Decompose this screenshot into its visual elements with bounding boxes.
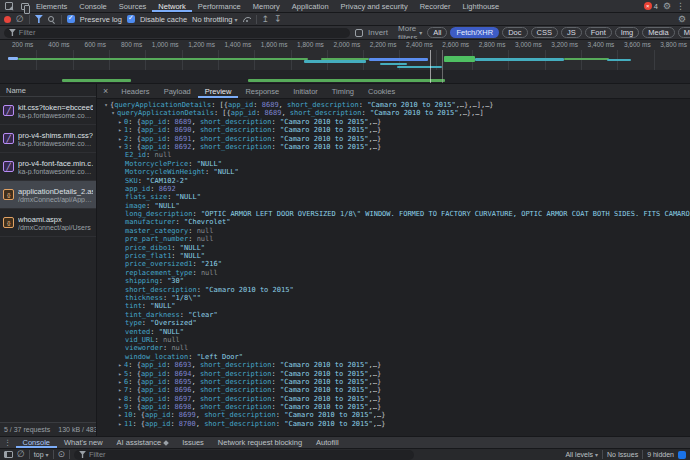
network-overview-waterfall[interactable] <box>0 50 690 84</box>
json-tree-row[interactable]: MotorcyclePrice: "NULL" <box>97 160 690 168</box>
invert-checkbox[interactable] <box>355 29 363 37</box>
devtools-tab-recorder[interactable]: Recorder <box>414 0 457 12</box>
expander-closed-icon[interactable]: ▸ <box>116 395 124 403</box>
drawer-menu-icon[interactable]: ⋮ <box>0 438 16 447</box>
clear-console-icon[interactable]: ∅ <box>17 450 25 459</box>
detail-tab-response[interactable]: Response <box>238 84 286 98</box>
json-tree-row[interactable]: ▸4: {app_id: 8693, short_description: "C… <box>97 361 690 369</box>
console-filter-input[interactable] <box>89 450 409 459</box>
context-selector[interactable]: top▾ <box>34 451 49 458</box>
json-tree-row[interactable]: ▸10: {app_id: 8699, short_description: "… <box>97 411 690 419</box>
expander-closed-icon[interactable]: ▸ <box>116 361 124 369</box>
json-tree-row[interactable]: ▸9: {app_id: 8698, short_description: "C… <box>97 403 690 411</box>
expander-open-icon[interactable]: ▾ <box>102 101 110 109</box>
expander-closed-icon[interactable]: ▸ <box>116 370 124 378</box>
json-tree-row[interactable]: ▾queryApplicationDetails: [{app_id: 8689… <box>97 109 690 117</box>
json-tree-row[interactable]: app_id: 8692 <box>97 185 690 193</box>
json-tree-row[interactable]: ▸11: {app_id: 8700, short_description: "… <box>97 420 690 428</box>
json-tree-row[interactable]: price_oversized1: "216" <box>97 260 690 268</box>
expander-closed-icon[interactable]: ▸ <box>116 118 124 126</box>
drawer-tab-autofill[interactable]: Autofill <box>309 437 346 448</box>
drawer-tab-network-request-blocking[interactable]: Network request blocking <box>211 437 309 448</box>
json-tree-row[interactable]: E2_id: null <box>97 151 690 159</box>
inspect-element-icon[interactable] <box>3 1 15 12</box>
devtools-tab-lighthouse[interactable]: Lighthouse <box>457 0 506 12</box>
expander-open-icon[interactable]: ▾ <box>109 109 117 117</box>
json-tree-row[interactable]: long_description: "OPTIC ARMOR LEFT DOOR… <box>97 210 690 218</box>
device-toolbar-icon[interactable] <box>18 1 30 12</box>
close-icon[interactable]: × <box>97 86 114 96</box>
json-tree-row[interactable]: ▸8: {app_id: 8697, short_description: "C… <box>97 395 690 403</box>
filter-chip-manifest[interactable]: Manifest <box>678 27 690 38</box>
log-levels-dropdown[interactable]: All levels▾ <box>565 451 598 458</box>
hidden-messages-count[interactable]: 9 hidden <box>647 451 674 458</box>
json-tree-row[interactable]: ▸1: {app_id: 8690, short_description: "C… <box>97 126 690 134</box>
json-tree-row[interactable]: vented: "NULL" <box>97 328 690 336</box>
devtools-tab-privacy-and-security[interactable]: Privacy and security <box>335 0 414 12</box>
toggle-filter-bar-icon[interactable] <box>35 15 43 23</box>
json-tree-row[interactable]: replacement_type: null <box>97 269 690 277</box>
json-tree-row[interactable]: MotorcycleWinHeight: "NULL" <box>97 168 690 176</box>
preserve-log-checkbox[interactable] <box>67 15 75 23</box>
filter-chip-doc[interactable]: Doc <box>502 27 527 38</box>
name-column-header[interactable]: Name <box>0 84 96 97</box>
detail-tab-timing[interactable]: Timing <box>325 84 361 98</box>
devtools-tab-memory[interactable]: Memory <box>247 0 286 12</box>
hidden-messages-indicator-icon[interactable] <box>678 451 686 459</box>
json-tree-row[interactable]: image: "NULL" <box>97 202 690 210</box>
json-tree-row[interactable]: ▾{queryApplicationDetails: [{app_id: 868… <box>97 101 690 109</box>
record-button[interactable] <box>4 16 11 23</box>
json-tree-row[interactable]: type: "Oversized" <box>97 319 690 327</box>
expander-closed-icon[interactable]: ▸ <box>116 386 124 394</box>
detail-tab-headers[interactable]: Headers <box>114 84 156 98</box>
devtools-tab-performance[interactable]: Performance <box>192 0 247 12</box>
search-icon[interactable] <box>48 16 54 22</box>
console-sidebar-icon[interactable] <box>4 451 13 458</box>
json-tree-row[interactable]: ▸5: {app_id: 8694, short_description: "C… <box>97 370 690 378</box>
json-tree-row[interactable]: tint_darkness: "Clear" <box>97 311 690 319</box>
drawer-tab-console[interactable]: Console <box>16 437 58 448</box>
json-tree-row[interactable]: vieworder: null <box>97 344 690 352</box>
filter-chip-css[interactable]: CSS <box>531 27 558 38</box>
request-row[interactable]: ╱pro-v4-shims.min.css?…ka-p.fontawesome.… <box>0 125 96 153</box>
expander-closed-icon[interactable]: ▸ <box>116 420 124 428</box>
expander-closed-icon[interactable]: ▸ <box>116 411 124 419</box>
json-tree-row[interactable]: SKU: "CAM102-2" <box>97 177 690 185</box>
error-badge[interactable]: × 4 <box>644 2 658 11</box>
json-tree-row[interactable]: short_description: "Camaro 2010 to 2015" <box>97 286 690 294</box>
filter-chip-img[interactable]: Img <box>615 27 640 38</box>
devtools-tab-sources[interactable]: Sources <box>113 0 153 12</box>
detail-tab-preview[interactable]: Preview <box>198 84 239 98</box>
json-tree-row[interactable]: ▸6: {app_id: 8695, short_description: "C… <box>97 378 690 386</box>
json-tree-row[interactable]: flats_size: "NULL" <box>97 193 690 201</box>
json-tree-row[interactable]: tint: "NULL" <box>97 302 690 310</box>
drawer-tab-what-s-new[interactable]: What's new <box>57 437 110 448</box>
json-tree-row[interactable]: ▸2: {app_id: 8691, short_description: "C… <box>97 135 690 143</box>
expander-open-icon[interactable]: ▾ <box>116 143 124 151</box>
json-tree-row[interactable]: price_flat1: "NULL" <box>97 252 690 260</box>
json-tree-row[interactable]: manufacturer: "Chevrolet" <box>97 218 690 226</box>
more-filters-dropdown[interactable]: More filters▾ <box>398 26 422 40</box>
request-row[interactable]: ╱kit.css?token=ebccee6…ka-p.fontawesome.… <box>0 97 96 125</box>
json-tree-row[interactable]: ▾3: {app_id: 8692, short_description: "C… <box>97 143 690 151</box>
settings-gear-icon[interactable]: ⚙ <box>663 2 671 11</box>
filter-chip-fetch-xhr[interactable]: Fetch/XHR <box>450 27 499 38</box>
drawer-tab-ai-assistance[interactable]: AI assistance <box>110 437 176 448</box>
request-row[interactable]: {}applicationDetails_2.as…/dmxConnect/ap… <box>0 181 96 209</box>
request-row[interactable]: ╱pro-v4-font-face.min.c…ka-p.fontawesome… <box>0 153 96 181</box>
detail-tab-cookies[interactable]: Cookies <box>361 84 402 98</box>
json-tree-row[interactable]: ▸7: {app_id: 8696, short_description: "C… <box>97 386 690 394</box>
devtools-tab-network[interactable]: Network <box>152 0 192 12</box>
disable-cache-checkbox[interactable] <box>127 15 135 23</box>
throttling-select[interactable]: No throttling▾ <box>192 15 237 24</box>
devtools-tab-console[interactable]: Console <box>73 0 113 12</box>
expander-closed-icon[interactable]: ▸ <box>116 403 124 411</box>
drawer-tab-issues[interactable]: Issues <box>175 437 211 448</box>
json-tree-row[interactable]: thickness: "1/8\"" <box>97 294 690 302</box>
network-conditions-icon[interactable] <box>243 17 251 22</box>
export-har-icon[interactable]: ↧ <box>274 15 282 24</box>
detail-tab-payload[interactable]: Payload <box>157 84 198 98</box>
import-har-icon[interactable]: ↥ <box>262 15 270 24</box>
json-tree-row[interactable]: window_location: "Left Door" <box>97 353 690 361</box>
expander-closed-icon[interactable]: ▸ <box>116 135 124 143</box>
